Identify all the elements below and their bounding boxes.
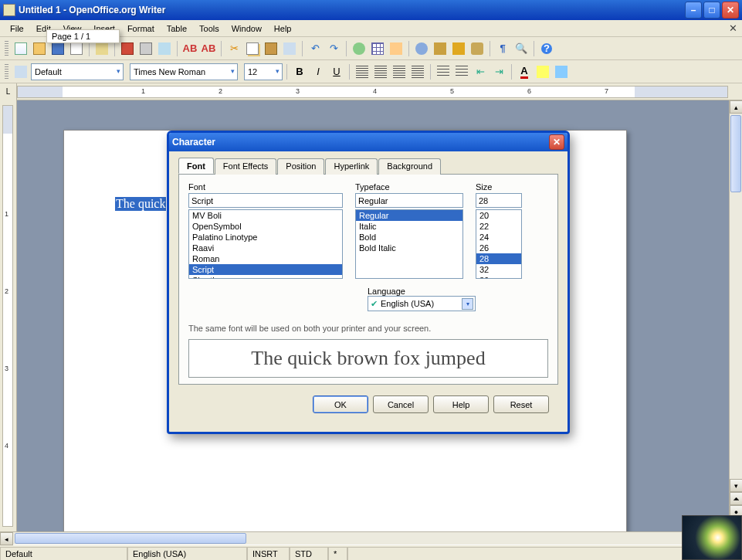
list-item[interactable]: Bold: [356, 232, 462, 243]
help-icon[interactable]: ?: [538, 40, 555, 57]
typeface-input[interactable]: [355, 193, 463, 208]
help-button[interactable]: Help: [433, 395, 489, 413]
list-item[interactable]: MV Boli: [189, 210, 342, 221]
menu-table[interactable]: Table: [161, 22, 192, 35]
status-selection-mode[interactable]: STD: [290, 547, 328, 561]
print-preview-icon[interactable]: [156, 40, 173, 57]
list-item[interactable]: Shruti: [189, 275, 342, 279]
italic-button[interactable]: I: [310, 63, 327, 80]
highlight-icon[interactable]: [534, 63, 551, 80]
spellcheck-icon[interactable]: AB: [181, 40, 198, 57]
vertical-ruler[interactable]: 1 2 3 4: [0, 100, 17, 531]
ok-button[interactable]: OK: [313, 395, 368, 413]
tab-background[interactable]: Background: [378, 158, 441, 175]
paragraph-style-dropdown[interactable]: Default ▾: [31, 63, 124, 80]
prev-page-icon[interactable]: ⏶: [730, 492, 742, 505]
nonprinting-icon[interactable]: ¶: [494, 40, 511, 57]
scroll-thumb[interactable]: [15, 533, 246, 544]
document-close-icon[interactable]: ✕: [729, 22, 737, 34]
horizontal-scrollbar[interactable]: ◂ ▸: [0, 531, 742, 545]
status-modified[interactable]: *: [328, 547, 347, 561]
scroll-down-icon[interactable]: ▾: [730, 479, 742, 492]
scroll-up-icon[interactable]: ▴: [730, 100, 742, 114]
dialog-close-button[interactable]: ✕: [549, 134, 564, 150]
tab-position[interactable]: Position: [277, 158, 324, 175]
print-icon[interactable]: [137, 40, 154, 57]
minimize-button[interactable]: –: [685, 2, 702, 19]
increase-indent-icon[interactable]: ⇥: [490, 63, 507, 80]
list-item[interactable]: 32: [476, 264, 521, 275]
new-icon[interactable]: [12, 40, 29, 57]
styles-icon[interactable]: [12, 63, 29, 80]
autospell-icon[interactable]: AB: [200, 40, 217, 57]
list-item[interactable]: Palatino Linotype: [189, 232, 342, 243]
font-input[interactable]: [188, 193, 343, 208]
size-listbox[interactable]: 20 22 24 26 28 32 36: [476, 209, 522, 279]
list-item[interactable]: 26: [476, 243, 521, 253]
close-button[interactable]: ✕: [722, 2, 739, 19]
bold-button[interactable]: B: [291, 63, 308, 80]
align-justify-icon[interactable]: [409, 63, 426, 80]
zoom-icon[interactable]: 🔍: [513, 40, 530, 57]
list-item[interactable]: Script: [189, 264, 342, 275]
status-style[interactable]: Default: [0, 547, 127, 561]
status-insert[interactable]: INSRT: [247, 547, 290, 561]
table-icon[interactable]: [369, 40, 386, 57]
hyperlink-icon[interactable]: [351, 40, 368, 57]
toolbar-grip[interactable]: [5, 64, 8, 80]
navigator-icon[interactable]: [432, 40, 449, 57]
underline-button[interactable]: U: [328, 63, 345, 80]
find-icon[interactable]: [413, 40, 430, 57]
typeface-listbox[interactable]: Regular Italic Bold Bold Italic: [355, 209, 463, 279]
tab-font[interactable]: Font: [178, 158, 214, 174]
menu-window[interactable]: Window: [226, 22, 267, 35]
vertical-scrollbar[interactable]: ▴ ▾ ⏶ ● ⏷: [729, 100, 742, 531]
menu-tools[interactable]: Tools: [194, 22, 225, 35]
pdf-export-icon[interactable]: [119, 40, 136, 57]
tab-font-effects[interactable]: Font Effects: [215, 158, 277, 175]
undo-icon[interactable]: ↶: [307, 40, 324, 57]
redo-icon[interactable]: ↷: [325, 40, 342, 57]
toolbar-grip[interactable]: [5, 41, 8, 56]
menu-format[interactable]: Format: [122, 22, 160, 35]
numbered-list-icon[interactable]: [435, 63, 452, 80]
scroll-thumb[interactable]: [730, 115, 741, 192]
menu-file[interactable]: File: [5, 22, 29, 35]
decrease-indent-icon[interactable]: ⇤: [472, 63, 489, 80]
list-item[interactable]: OpenSymbol: [189, 221, 342, 232]
status-language[interactable]: English (USA): [127, 547, 247, 561]
list-item[interactable]: Bold Italic: [356, 243, 462, 253]
list-item[interactable]: Raavi: [189, 243, 342, 253]
font-listbox[interactable]: MV Boli OpenSymbol Palatino Linotype Raa…: [188, 209, 343, 279]
align-left-icon[interactable]: [354, 63, 371, 80]
list-item[interactable]: 20: [476, 210, 521, 221]
tab-hyperlink[interactable]: Hyperlink: [325, 158, 378, 175]
list-item[interactable]: Regular: [356, 210, 462, 221]
list-item[interactable]: Roman: [189, 253, 342, 264]
align-center-icon[interactable]: [372, 63, 389, 80]
list-item[interactable]: Italic: [356, 221, 462, 232]
datasources-icon[interactable]: [469, 40, 486, 57]
cancel-button[interactable]: Cancel: [373, 395, 429, 413]
format-paintbrush-icon[interactable]: [281, 40, 298, 57]
list-item[interactable]: 24: [476, 232, 521, 243]
font-size-dropdown[interactable]: 12 ▾: [244, 63, 283, 80]
status-page[interactable]: Page 1 / 1: [46, 29, 120, 43]
paste-icon[interactable]: [263, 40, 280, 57]
list-item[interactable]: 28: [476, 253, 521, 264]
size-input[interactable]: [476, 193, 522, 208]
show-draw-icon[interactable]: [388, 40, 405, 57]
list-item[interactable]: 22: [476, 221, 521, 232]
background-color-icon[interactable]: [553, 63, 570, 80]
ruler-corner[interactable]: L: [0, 83, 17, 100]
font-name-dropdown[interactable]: Times New Roman ▾: [130, 63, 238, 80]
dialog-titlebar[interactable]: Character ✕: [169, 133, 568, 151]
copy-icon[interactable]: [244, 40, 261, 57]
scroll-left-icon[interactable]: ◂: [0, 532, 13, 545]
maximize-button[interactable]: □: [703, 2, 720, 19]
align-right-icon[interactable]: [391, 63, 408, 80]
cut-icon[interactable]: ✂: [225, 40, 242, 57]
bullet-list-icon[interactable]: [453, 63, 470, 80]
list-item[interactable]: 36: [476, 275, 521, 279]
open-icon[interactable]: [31, 40, 48, 57]
